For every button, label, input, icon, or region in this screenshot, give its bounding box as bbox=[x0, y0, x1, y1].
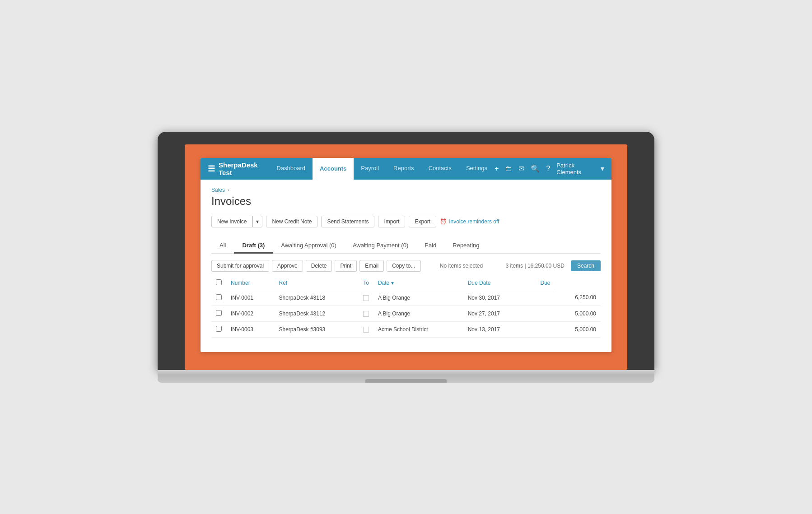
items-count: 3 items | 16,250.00 USD bbox=[505, 263, 565, 269]
header-to: To bbox=[359, 276, 373, 290]
copy-to-button[interactable]: Copy to... bbox=[387, 260, 420, 272]
send-statements-button[interactable]: Send Statements bbox=[321, 216, 374, 227]
header-ref: Ref bbox=[275, 276, 359, 290]
invoices-table: Number Ref To Date ▾ Due Date Due INV bbox=[211, 276, 601, 338]
laptop-shell: ☰ SherpaDesk Test Dashboard Accounts Pay… bbox=[158, 132, 654, 383]
breadcrumb-parent[interactable]: Sales bbox=[211, 187, 225, 193]
select-all-checkbox[interactable] bbox=[216, 279, 222, 285]
tab-draft[interactable]: Draft (3) bbox=[234, 238, 273, 254]
new-invoice-dropdown-button[interactable]: ▾ bbox=[252, 216, 262, 227]
selection-status: No items selected bbox=[440, 263, 483, 269]
top-nav: ☰ SherpaDesk Test Dashboard Accounts Pay… bbox=[201, 158, 611, 180]
nav-dashboard[interactable]: Dashboard bbox=[270, 158, 313, 180]
row-due: 6,250.00 bbox=[555, 290, 601, 306]
table-row: INV-0001 SherpaDesk #3118 A Big Orange N… bbox=[211, 290, 601, 306]
row-ref: SherpaDesk #3093 bbox=[275, 321, 359, 337]
nav-accounts[interactable]: Accounts bbox=[313, 158, 354, 180]
header-date[interactable]: Date ▾ bbox=[373, 276, 463, 290]
header-checkbox-cell bbox=[211, 276, 226, 290]
print-button[interactable]: Print bbox=[335, 260, 357, 272]
breadcrumb-sep: › bbox=[227, 187, 229, 193]
app-window: ☰ SherpaDesk Test Dashboard Accounts Pay… bbox=[201, 158, 611, 352]
main-content: Sales › Invoices New Invoice ▾ New Credi… bbox=[201, 180, 611, 352]
row-number[interactable]: INV-0002 bbox=[226, 306, 275, 321]
row-checkbox[interactable] bbox=[216, 310, 222, 316]
nav-reports[interactable]: Reports bbox=[386, 158, 421, 180]
row-due: 5,000.00 bbox=[555, 306, 601, 321]
new-invoice-button[interactable]: New Invoice bbox=[211, 216, 252, 227]
nav-links: Dashboard Accounts Payroll Reports Conta… bbox=[270, 158, 495, 180]
user-name: Patrick Clements bbox=[556, 162, 594, 176]
search-icon[interactable]: 🔍 bbox=[531, 164, 540, 173]
page-title: Invoices bbox=[211, 195, 601, 208]
brand-icon: ☰ bbox=[208, 164, 215, 174]
delete-button[interactable]: Delete bbox=[306, 260, 332, 272]
table-row: INV-0002 SherpaDesk #3112 A Big Orange N… bbox=[211, 306, 601, 321]
toolbar: New Invoice ▾ New Credit Note Send State… bbox=[211, 216, 601, 227]
breadcrumb[interactable]: Sales › bbox=[211, 187, 601, 193]
invoice-reminders-label: Invoice reminders off bbox=[449, 218, 499, 225]
mail-icon[interactable]: ✉ bbox=[518, 164, 524, 173]
brand: ☰ SherpaDesk Test bbox=[208, 161, 270, 176]
tab-repeating[interactable]: Repeating bbox=[444, 238, 487, 254]
row-checkbox[interactable] bbox=[216, 326, 222, 332]
row-checkbox-cell bbox=[211, 306, 226, 321]
row-to-icon bbox=[359, 321, 373, 337]
row-to[interactable]: A Big Orange bbox=[373, 306, 463, 321]
header-due-date[interactable]: Due Date bbox=[463, 276, 526, 290]
row-due-date bbox=[526, 321, 555, 337]
row-checkbox[interactable] bbox=[216, 294, 222, 300]
row-to[interactable]: A Big Orange bbox=[373, 290, 463, 306]
row-ref: SherpaDesk #3118 bbox=[275, 290, 359, 306]
row-due: 5,000.00 bbox=[555, 321, 601, 337]
tab-all[interactable]: All bbox=[211, 238, 234, 254]
user-dropdown-icon[interactable]: ▾ bbox=[601, 164, 604, 173]
approve-button[interactable]: Approve bbox=[272, 260, 303, 272]
laptop-base bbox=[158, 370, 654, 383]
top-nav-right: + 🗀 ✉ 🔍 ? Patrick Clements ▾ bbox=[495, 162, 604, 176]
row-to-icon bbox=[359, 306, 373, 321]
help-icon[interactable]: ? bbox=[546, 165, 550, 173]
header-number[interactable]: Number bbox=[226, 276, 275, 290]
row-ref: SherpaDesk #3112 bbox=[275, 306, 359, 321]
header-due[interactable]: Due bbox=[526, 276, 555, 290]
clock-icon: ⏰ bbox=[440, 218, 447, 225]
screen-bezel: ☰ SherpaDesk Test Dashboard Accounts Pay… bbox=[158, 132, 654, 370]
row-number[interactable]: INV-0003 bbox=[226, 321, 275, 337]
tab-awaiting-approval[interactable]: Awaiting Approval (0) bbox=[273, 238, 345, 254]
table-row: INV-0003 SherpaDesk #3093 Acme School Di… bbox=[211, 321, 601, 337]
nav-settings[interactable]: Settings bbox=[459, 158, 495, 180]
tab-awaiting-payment[interactable]: Awaiting Payment (0) bbox=[345, 238, 416, 254]
row-date: Nov 27, 2017 bbox=[463, 306, 526, 321]
row-to[interactable]: Acme School District bbox=[373, 321, 463, 337]
row-due-date bbox=[526, 306, 555, 321]
import-button[interactable]: Import bbox=[378, 216, 405, 227]
row-date: Nov 13, 2017 bbox=[463, 321, 526, 337]
tab-paid[interactable]: Paid bbox=[416, 238, 444, 254]
row-to-icon bbox=[359, 290, 373, 306]
submit-approval-button[interactable]: Submit for approval bbox=[211, 260, 269, 272]
screen-inner: ☰ SherpaDesk Test Dashboard Accounts Pay… bbox=[185, 144, 627, 370]
row-date: Nov 30, 2017 bbox=[463, 290, 526, 306]
search-button[interactable]: Search bbox=[571, 260, 601, 271]
row-number[interactable]: INV-0001 bbox=[226, 290, 275, 306]
email-button[interactable]: Email bbox=[359, 260, 384, 272]
tabs: All Draft (3) Awaiting Approval (0) Awai… bbox=[211, 238, 601, 254]
folder-icon[interactable]: 🗀 bbox=[505, 165, 512, 173]
new-credit-note-button[interactable]: New Credit Note bbox=[266, 216, 317, 227]
brand-name: SherpaDesk Test bbox=[219, 161, 270, 176]
row-checkbox-cell bbox=[211, 290, 226, 306]
action-row: Submit for approval Approve Delete Print… bbox=[211, 260, 601, 272]
nav-contacts[interactable]: Contacts bbox=[421, 158, 459, 180]
export-button[interactable]: Export bbox=[409, 216, 436, 227]
add-icon[interactable]: + bbox=[495, 165, 499, 173]
invoice-reminders-button[interactable]: ⏰ Invoice reminders off bbox=[440, 218, 499, 225]
row-due-date bbox=[526, 290, 555, 306]
row-checkbox-cell bbox=[211, 321, 226, 337]
nav-payroll[interactable]: Payroll bbox=[354, 158, 386, 180]
